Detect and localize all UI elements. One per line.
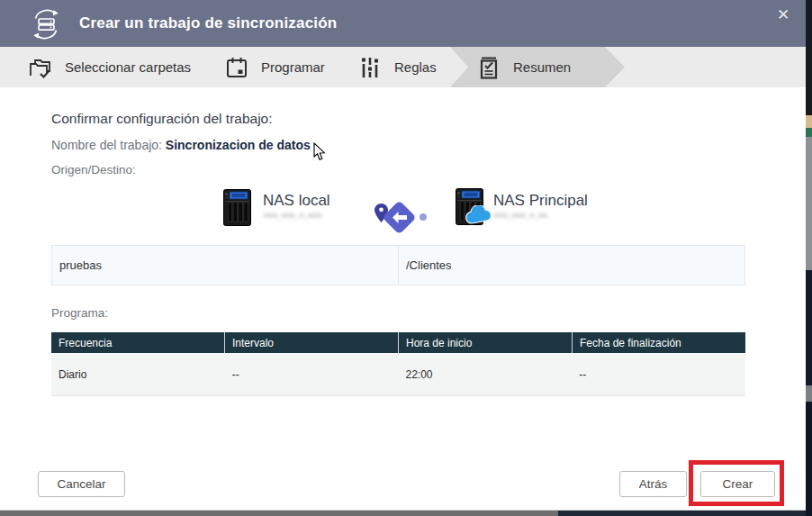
job-name-label: Nombre del trabajo: — [51, 138, 166, 152]
schedule-label: Programa: — [51, 306, 108, 320]
step-label: Seleccionar carpetas — [65, 59, 191, 75]
cell-intervalo: -- — [225, 353, 399, 395]
destination-device-name: NAS Principal — [493, 192, 588, 210]
connector-dot — [420, 213, 427, 221]
job-name-value: Sincronizacion de datos — [166, 138, 311, 152]
background-bleed-bottom — [0, 510, 806, 516]
step-reglas[interactable]: Reglas — [358, 47, 437, 87]
cloud-icon — [465, 205, 493, 224]
cell-fecha-finalizacion: -- — [572, 353, 745, 395]
close-icon[interactable]: ✕ — [773, 5, 793, 25]
step-programar[interactable]: Programar — [225, 47, 325, 87]
calendar-icon — [225, 56, 248, 79]
dialog-titlebar: Crear un trabajo de sincronización ✕ — [0, 0, 806, 47]
schedule-table-header: Frecuencia Intervalo Hora de inicio Fech… — [51, 332, 745, 353]
step-label: Programar — [261, 59, 325, 75]
back-button[interactable]: Atrás — [619, 471, 687, 497]
schedule-table: Frecuencia Intervalo Hora de inicio Fech… — [51, 332, 745, 396]
step-label: Resumen — [513, 59, 571, 75]
cancel-button[interactable]: Cancelar — [38, 471, 125, 497]
col-intervalo: Intervalo — [224, 332, 398, 353]
origin-device-name: NAS local — [263, 192, 330, 210]
step-resumen[interactable]: Resumen — [477, 47, 571, 87]
left-arrow-icon — [392, 212, 407, 223]
wizard-stepbar: Seleccionar carpetas Programar — [0, 47, 806, 87]
folders-check-icon — [29, 56, 52, 79]
step-label: Reglas — [394, 59, 437, 75]
cell-frecuencia: Diario — [51, 353, 225, 395]
cell-hora-inicio: 22:00 — [399, 353, 573, 395]
destination-folder-path: /Clientes — [398, 246, 744, 285]
create-button[interactable]: Crear — [700, 471, 775, 497]
nas-local-icon — [223, 189, 251, 226]
folder-pair-row: pruebas /Clientes — [51, 245, 745, 285]
table-row: Diario -- 22:00 -- — [51, 353, 745, 396]
step-seleccionar-carpetas[interactable]: Seleccionar carpetas — [29, 47, 191, 87]
col-hora-inicio: Hora de inicio — [398, 332, 572, 353]
sync-nas-icon — [27, 5, 65, 42]
sync-job-dialog: Crear un trabajo de sincronización ✕ Sel… — [0, 0, 812, 516]
clipboard-check-icon — [477, 56, 501, 79]
background-bleed-right — [806, 0, 812, 516]
sliders-icon — [358, 56, 382, 79]
confirm-heading: Confirmar configuración del trabajo: — [51, 111, 273, 127]
mouse-cursor — [313, 142, 327, 161]
origin-dest-label: Origen/Destino: — [51, 163, 136, 177]
origin-folder-path: pruebas — [52, 246, 398, 285]
destination-device-address-blurred: •••.•••.•.•• — [494, 210, 548, 222]
dialog-title: Crear un trabajo de sincronización — [79, 14, 337, 32]
origin-device-address-blurred: •••.•••.•.••• — [264, 210, 322, 222]
col-fecha-finalizacion: Fecha de finalización — [572, 332, 745, 353]
col-frecuencia: Frecuencia — [51, 332, 224, 353]
job-name-line: Nombre del trabajo: Sincronizacion de da… — [51, 138, 311, 152]
